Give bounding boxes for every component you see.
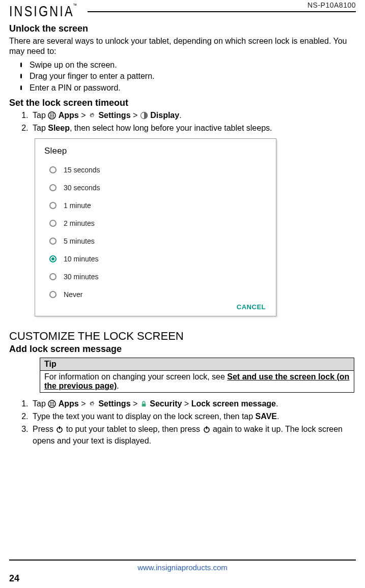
brand-text: INSIGNIA xyxy=(9,3,74,19)
power-icon xyxy=(203,425,211,433)
svg-point-21 xyxy=(53,405,54,406)
sleep-option-label: Never xyxy=(64,290,82,299)
svg-point-14 xyxy=(51,402,52,403)
unlock-bullets: Swipe up on the screen. Drag your finger… xyxy=(30,60,356,94)
svg-point-2 xyxy=(51,113,52,114)
sleep-option[interactable]: Never xyxy=(44,286,267,304)
list-item: Swipe up on the screen. xyxy=(30,60,356,71)
list-item: Type the text you want to display on the… xyxy=(31,410,356,422)
svg-point-6 xyxy=(53,115,54,116)
svg-point-13 xyxy=(50,402,51,403)
display-contrast-icon xyxy=(140,111,148,120)
sleep-option[interactable]: 30 minutes xyxy=(44,268,267,286)
sleep-option-label: 10 minutes xyxy=(64,255,98,263)
radio-icon xyxy=(49,202,57,209)
svg-point-15 xyxy=(53,402,54,403)
list-item: Press to put your tablet to sleep, then … xyxy=(31,423,356,447)
timeout-steps: Tap Apps > Settings > Display. Tap Sleep… xyxy=(20,109,356,134)
trademark-symbol: ™ xyxy=(73,3,77,8)
tip-header: Tip xyxy=(40,358,354,370)
sleep-dialog: Sleep 15 seconds30 seconds1 minute2 minu… xyxy=(35,138,276,316)
list-item: Tap Sleep, then select how long before y… xyxy=(31,122,356,134)
svg-point-8 xyxy=(51,116,52,117)
sleep-option[interactable]: 2 minutes xyxy=(44,215,267,232)
radio-icon xyxy=(49,291,57,298)
unlock-intro: There are several ways to unlock your ta… xyxy=(9,36,356,56)
radio-icon xyxy=(49,220,57,227)
radio-icon xyxy=(49,255,57,262)
sleep-option[interactable]: 15 seconds xyxy=(44,161,267,179)
sleep-option-label: 5 minutes xyxy=(64,237,95,245)
tip-box: Tip For information on changing your scr… xyxy=(40,358,354,393)
page-number: 24 xyxy=(9,573,19,584)
gear-icon xyxy=(88,400,96,408)
sleep-option-label: 30 minutes xyxy=(64,273,98,281)
radio-icon xyxy=(49,184,57,191)
svg-point-16 xyxy=(50,403,51,404)
footer-url: www.insigniaproducts.com xyxy=(0,563,365,572)
svg-point-22 xyxy=(91,403,93,405)
list-item: Tap Apps > Settings > Display. xyxy=(31,109,356,121)
unlock-title: Unlock the screen xyxy=(9,23,356,34)
sleep-option-label: 1 minute xyxy=(64,201,91,210)
svg-point-1 xyxy=(50,113,51,114)
radio-icon xyxy=(49,166,57,173)
sleep-option-label: 15 seconds xyxy=(64,166,100,174)
svg-point-9 xyxy=(53,116,54,117)
gear-icon xyxy=(88,111,96,120)
svg-point-5 xyxy=(51,115,52,116)
timeout-title: Set the lock screen timeout xyxy=(9,98,356,108)
svg-rect-23 xyxy=(142,403,146,406)
sleep-option[interactable]: 5 minutes xyxy=(44,232,267,250)
customize-title: CUSTOMIZE THE LOCK SCREEN xyxy=(9,330,356,343)
list-item: Tap Apps > Settings > Security > Lock sc… xyxy=(31,398,356,409)
radio-icon xyxy=(49,238,57,245)
list-item: Enter a PIN or password. xyxy=(30,82,356,94)
svg-point-18 xyxy=(53,403,54,404)
radio-icon xyxy=(49,273,57,280)
apps-grid-icon xyxy=(48,400,56,408)
addmsg-title: Add lock screen message xyxy=(9,344,356,355)
sleep-option-label: 30 seconds xyxy=(64,184,100,192)
svg-point-4 xyxy=(50,115,51,116)
brand-logo: INSIGNIA™ xyxy=(9,3,77,20)
svg-point-19 xyxy=(50,405,51,406)
svg-point-3 xyxy=(53,113,54,114)
svg-point-10 xyxy=(91,114,93,116)
cancel-button[interactable]: CANCEL xyxy=(237,303,266,311)
model-number: NS-P10A8100 xyxy=(307,1,356,9)
sleep-option[interactable]: 1 minute xyxy=(44,197,267,215)
lock-icon xyxy=(140,400,148,408)
svg-point-20 xyxy=(51,405,52,406)
power-icon xyxy=(55,425,64,433)
sleep-option-label: 2 minutes xyxy=(64,219,95,227)
sleep-option[interactable]: 30 seconds xyxy=(44,179,267,197)
dialog-title: Sleep xyxy=(44,146,267,156)
footer-rule xyxy=(9,560,356,561)
svg-point-7 xyxy=(50,116,51,117)
sleep-option[interactable]: 10 minutes xyxy=(44,250,267,268)
svg-point-17 xyxy=(51,403,52,404)
tip-body: For information on changing your screen … xyxy=(40,370,354,392)
addmsg-steps: Tap Apps > Settings > Security > Lock sc… xyxy=(20,398,356,447)
header-rule xyxy=(88,11,356,12)
apps-grid-icon xyxy=(48,111,56,120)
list-item: Drag your finger to enter a pattern. xyxy=(30,71,356,82)
